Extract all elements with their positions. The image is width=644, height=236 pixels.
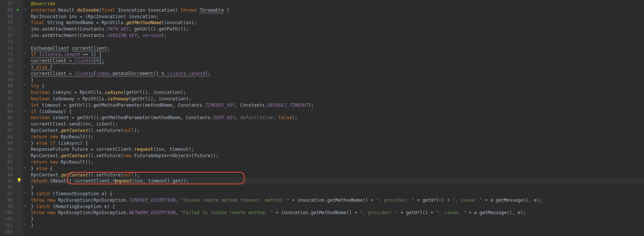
code-line[interactable]: try { bbox=[29, 83, 644, 89]
code-line[interactable]: currentClient = clients[0]; bbox=[29, 58, 644, 64]
code-line[interactable]: return new RpcResult(); bbox=[29, 159, 644, 166]
line-number: 100 bbox=[2, 210, 13, 216]
code-line[interactable]: inv.setAttachment(Constants.VERSION_KEY,… bbox=[29, 32, 644, 39]
override-gutter-icon[interactable]: ● bbox=[17, 7, 19, 12]
code-token: ); bbox=[308, 103, 314, 108]
code-line[interactable]: currentClient = clients[index.getAndIncr… bbox=[29, 70, 644, 77]
code-token: } bbox=[31, 191, 36, 196]
fold-toggle-icon[interactable]: ⊟ bbox=[23, 83, 27, 87]
fold-toggle-icon[interactable]: ⊟ bbox=[23, 52, 27, 55]
code-token: ); bbox=[292, 115, 297, 120]
code-line[interactable]: } else if (isAsync) { bbox=[29, 140, 644, 147]
code-area[interactable]: @Override protected Result doInvoke(fina… bbox=[28, 0, 644, 236]
code-token: timeout = getUrl().getMethodParameter(me… bbox=[42, 103, 205, 108]
code-line[interactable]: } bbox=[29, 77, 644, 83]
code-line[interactable]: boolean isAsync = RpcUtils.isAsync(getUr… bbox=[29, 89, 644, 96]
code-line[interactable] bbox=[29, 39, 644, 45]
code-token: ", cause: " bbox=[452, 198, 482, 203]
line-number: 73 bbox=[2, 39, 13, 45]
code-token: "Failed to invoke remote method: " bbox=[180, 210, 273, 215]
fold-toggle-icon[interactable]: ⊟ bbox=[23, 64, 27, 68]
fold-toggle-icon[interactable]: ⊟ bbox=[23, 191, 27, 195]
code-line[interactable]: boolean isOneway = RpcUtils.isOneway(get… bbox=[29, 96, 644, 102]
code-token: RpcException(RpcException. bbox=[58, 210, 129, 215]
line-number: 96 bbox=[2, 184, 13, 191]
code-token: + invocation.getMethodName() + bbox=[273, 210, 360, 215]
code-token: ); bbox=[134, 128, 140, 133]
code-token: (getUrl(), invocation); bbox=[129, 96, 191, 101]
code-token: try bbox=[31, 83, 42, 89]
line-number: 72 bbox=[2, 32, 13, 39]
code-token: clients bbox=[167, 71, 186, 76]
code-token: return new bbox=[31, 134, 61, 139]
fold-toggle-icon[interactable]: ⊟ bbox=[23, 109, 27, 112]
code-token: { bbox=[50, 64, 53, 70]
code-token: else bbox=[36, 166, 50, 171]
code-token: + getUrl() + bbox=[414, 198, 452, 203]
code-line[interactable]: } catch (TimeoutException e) { bbox=[29, 191, 644, 197]
code-line[interactable]: } catch (RemotingException e) { bbox=[29, 204, 644, 210]
code-line[interactable]: RpcContext.getContext().setFuture(null); bbox=[29, 127, 644, 134]
code-token: (invocation); bbox=[161, 20, 197, 25]
code-token: , bbox=[235, 115, 240, 120]
code-token: (getUrl(), invocation); bbox=[123, 90, 186, 95]
code-token: , bbox=[175, 198, 180, 203]
code-token: } bbox=[31, 216, 33, 222]
code-line[interactable]: boolean isSent = getUrl().getMethodParam… bbox=[29, 115, 644, 121]
code-token: return new bbox=[31, 159, 61, 165]
line-number: 76 bbox=[2, 58, 13, 64]
code-line[interactable]: if (isOneway) { bbox=[29, 109, 644, 115]
code-token: VERSION_KEY bbox=[107, 33, 137, 38]
code-token: currentClient = bbox=[31, 58, 75, 63]
code-editor[interactable]: 6768697071727374757677787980818283848586… bbox=[0, 0, 644, 236]
code-token: DEFAULT_TIMEOUT bbox=[268, 103, 308, 108]
code-line[interactable] bbox=[29, 229, 644, 235]
code-token: { bbox=[42, 83, 44, 89]
code-line[interactable]: inv.setAttachment(Constants.PATH_KEY, ge… bbox=[29, 26, 644, 32]
code-line[interactable]: } bbox=[29, 222, 644, 229]
fold-toggle-icon[interactable]: ⊟ bbox=[23, 204, 27, 207]
fold-toggle-icon[interactable]: ⊟ bbox=[23, 8, 27, 11]
code-line[interactable]: final String methodName = RpcUtils.getMe… bbox=[29, 20, 644, 26]
code-token: RpcResult(); bbox=[61, 159, 93, 165]
code-line[interactable]: throw new RpcException(RpcException.NETW… bbox=[29, 210, 644, 216]
code-token: final bbox=[31, 20, 47, 25]
code-line[interactable]: } bbox=[29, 216, 644, 222]
code-line[interactable]: return (Result) currentClient.request(in… bbox=[29, 178, 644, 184]
line-number: 93 bbox=[2, 166, 13, 172]
code-token: inv.setAttachment(Constants. bbox=[31, 33, 107, 38]
code-token: false bbox=[278, 115, 292, 120]
code-token: String methodName = RpcUtils. bbox=[47, 20, 126, 25]
line-number: 79 bbox=[2, 77, 13, 83]
code-token: doInvoke bbox=[77, 8, 99, 13]
code-line[interactable]: } else { bbox=[29, 166, 644, 172]
code-line[interactable]: protected Result doInvoke(final Invocati… bbox=[29, 7, 644, 14]
code-line[interactable]: } else { bbox=[29, 64, 644, 70]
intention-bulb-icon[interactable]: 💡 bbox=[17, 178, 22, 183]
fold-toggle-icon[interactable]: ⊥ bbox=[23, 223, 27, 226]
fold-toggle-icon[interactable]: ⊥ bbox=[23, 216, 27, 220]
code-line[interactable]: } bbox=[29, 184, 644, 191]
code-token: else bbox=[36, 64, 50, 70]
code-line[interactable]: RpcContext.getContext().setFuture(new Fu… bbox=[29, 153, 644, 159]
code-line[interactable]: currentClient.send(inv, isSent); bbox=[29, 121, 644, 127]
code-line[interactable]: throw new RpcException(RpcException.TIME… bbox=[29, 197, 644, 204]
gutter-icon-column: ●💡 bbox=[16, 0, 23, 236]
code-token: , bbox=[175, 210, 180, 215]
code-line[interactable]: return new RpcResult(); bbox=[29, 134, 644, 140]
fold-column[interactable]: ⊟⊟⊟⊟⊟⊟⊟⊟⊟⊥⊥ bbox=[23, 0, 28, 236]
fold-toggle-icon[interactable]: ⊟ bbox=[23, 166, 27, 169]
code-line[interactable]: int timeout = getUrl().getMethodParamete… bbox=[29, 102, 644, 109]
code-line[interactable]: RpcContext.getContext().setFuture(null); bbox=[29, 172, 644, 178]
line-number: 68 bbox=[2, 7, 13, 14]
fold-toggle-icon[interactable]: ⊟ bbox=[23, 141, 27, 144]
code-token: { bbox=[224, 8, 229, 13]
code-line[interactable]: @Override bbox=[29, 1, 644, 7]
code-line[interactable]: RpcInvocation inv = (RpcInvocation) invo… bbox=[29, 14, 644, 20]
code-line[interactable]: ResponseFuture future = currentClient.re… bbox=[29, 146, 644, 153]
code-line[interactable]: ExchangeClient currentClient; bbox=[29, 45, 644, 52]
code-token: currentClient.send(inv, isSent); bbox=[31, 121, 118, 127]
code-line[interactable]: if (clients.length == 1) { bbox=[29, 51, 644, 58]
code-token: + getUrl() + bbox=[398, 210, 436, 215]
code-token: } bbox=[31, 204, 36, 209]
